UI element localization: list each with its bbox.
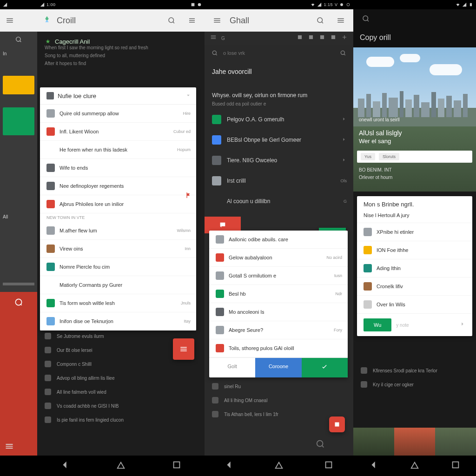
battery-icon: [469, 2, 473, 7]
item-label: Over lin Wils: [377, 302, 405, 307]
nav-home-icon[interactable]: [274, 460, 284, 472]
svg-point-0: [16, 37, 20, 41]
list-item[interactable]: Wife to ends: [40, 159, 196, 177]
action-confirm[interactable]: [302, 358, 348, 377]
chevron-right-icon[interactable]: [341, 116, 347, 123]
list-item[interactable]: Al cooun u dillilbnG: [205, 191, 353, 212]
menu-icon[interactable]: [209, 13, 225, 28]
list-item[interactable]: Abegre Seure?Fory: [209, 321, 348, 339]
chip[interactable]: Sloruts: [379, 153, 399, 160]
nav-back-icon[interactable]: [60, 460, 70, 472]
list-item[interactable]: Toils, sthoreg pulos GAl oloill: [209, 339, 348, 357]
sidebar-item[interactable]: All: [0, 212, 37, 222]
item-meta: No acird: [326, 255, 342, 260]
nav-recent-icon[interactable]: [172, 460, 182, 472]
list-item[interactable]: M.afher flew lumWilsmn: [40, 222, 196, 240]
list-item[interactable]: Ading Ithin: [357, 259, 472, 278]
cta-button[interactable]: Wu: [364, 318, 391, 331]
menu-icon[interactable]: [333, 13, 349, 28]
svg-rect-25: [389, 98, 398, 117]
list-item[interactable]: Nee definoployer regements: [40, 177, 196, 195]
tab-promotions[interactable]: [3, 76, 34, 94]
item-icon: [212, 197, 221, 206]
nav-recent-icon[interactable]: [324, 460, 334, 472]
list-item[interactable]: Ajbrus Phloiles lore un inilior: [40, 195, 196, 213]
list-item[interactable]: Over lin Wils: [357, 296, 472, 314]
tool-icon[interactable]: [330, 34, 337, 42]
list-item[interactable]: Irst crilllOls: [205, 171, 353, 191]
nav-back-icon[interactable]: [369, 460, 379, 472]
item-label: Ading Ithin: [377, 265, 401, 271]
action-compose[interactable]: Coroone: [255, 358, 301, 377]
status-bar: [0, 0, 37, 9]
list-item[interactable]: Besl hbNdr: [209, 285, 348, 303]
chip[interactable]: Yus: [361, 153, 375, 160]
chevron-right-icon[interactable]: [341, 137, 347, 143]
list-item[interactable]: XPnibe hi etinler: [357, 223, 472, 241]
tool-icon[interactable]: [297, 34, 303, 42]
overflow-icon[interactable]: [184, 13, 200, 28]
nav-home-icon[interactable]: [116, 460, 126, 472]
chevron-right-icon[interactable]: [341, 157, 347, 164]
list-item[interactable]: Cronelk lifiv: [357, 278, 472, 296]
item-meta: Hopum: [177, 147, 191, 152]
list-item[interactable]: Tis form wosh wiltle leshJnuls: [40, 294, 196, 312]
item-icon: [364, 246, 372, 254]
search-icon[interactable]: [164, 13, 179, 28]
item-icon: [364, 282, 372, 291]
search-icon[interactable]: [315, 439, 325, 451]
item-icon: [364, 300, 372, 309]
nav-back-icon[interactable]: [224, 460, 234, 472]
list-item[interactable]: Mo ancoleoni ls: [209, 303, 348, 321]
list-item[interactable]: Matiorly Cormants py Gurer: [40, 276, 196, 294]
chevron-down-icon[interactable]: [185, 92, 192, 100]
item-icon: [364, 228, 372, 236]
list-item[interactable]: Inifon dise oe TeknurjonItay: [40, 312, 196, 331]
page-title: Copy orill: [353, 28, 476, 47]
hero-title: Wer el sang: [359, 138, 391, 145]
add-icon[interactable]: [341, 34, 348, 42]
item-label: Irst crilll: [227, 178, 246, 184]
feed-area: onewll uront la seirll AlUsl sal lislgly…: [353, 47, 476, 456]
list-item[interactable]: Gotall S ormilutiom etusn: [209, 267, 348, 285]
card-header[interactable]: Aallonic odibe abuils. care: [209, 231, 348, 249]
nav-home-icon[interactable]: [410, 460, 420, 472]
tab-social[interactable]: [3, 107, 34, 135]
svg-point-14: [341, 51, 344, 54]
action-fab[interactable]: [329, 416, 345, 432]
nav-recent-icon[interactable]: [450, 460, 461, 472]
search-icon[interactable]: [312, 13, 328, 28]
svg-point-7: [347, 3, 350, 6]
android-navbar: [205, 456, 353, 476]
card-header[interactable]: Nufie loe clure: [40, 87, 196, 105]
chevron-right-icon[interactable]: [459, 321, 466, 329]
list-item[interactable]: Virew oinsInn: [40, 240, 196, 258]
list-item[interactable]: Infl. Likent WioonCubur ed: [40, 123, 196, 141]
search-icon[interactable]: [339, 49, 347, 57]
item-meta: Jnuls: [181, 301, 191, 305]
action-cancel[interactable]: Golt: [209, 358, 255, 377]
menu-icon[interactable]: [2, 13, 18, 28]
item-label: He forem wher run this ladesk: [60, 147, 127, 152]
svg-rect-10: [309, 35, 313, 39]
flag-icon[interactable]: [185, 192, 192, 201]
list-item[interactable]: BEBsl Obnpe lie Gerl Gomeer: [205, 130, 353, 150]
menu-icon[interactable]: [5, 442, 14, 453]
list-item[interactable]: Tiere. NIIG Owceleo: [205, 150, 353, 171]
sidebar-item[interactable]: In: [0, 47, 37, 60]
android-navbar: [0, 456, 37, 476]
compose-fab[interactable]: [173, 338, 194, 360]
compose-icon[interactable]: [0, 298, 37, 307]
list-item[interactable]: Quire old summerpp allowHire: [40, 105, 196, 123]
list-item[interactable]: ION Foe ithhe: [357, 241, 472, 259]
menu-icon[interactable]: [210, 34, 217, 42]
list-item[interactable]: Gelow aubalyaloonNo acird: [209, 249, 348, 267]
item-icon: [216, 271, 224, 280]
list-item[interactable]: He forem wher run this ladeskHopum: [40, 141, 196, 159]
list-item[interactable]: Pelgov O.A. G omerulh: [205, 109, 353, 130]
list-item[interactable]: Nomre Piercle fou cim: [40, 258, 196, 276]
tool-icon[interactable]: [308, 34, 314, 42]
tool-icon[interactable]: [319, 34, 325, 42]
search-icon[interactable]: [358, 11, 374, 26]
search-input[interactable]: o lose vrk: [205, 45, 353, 61]
